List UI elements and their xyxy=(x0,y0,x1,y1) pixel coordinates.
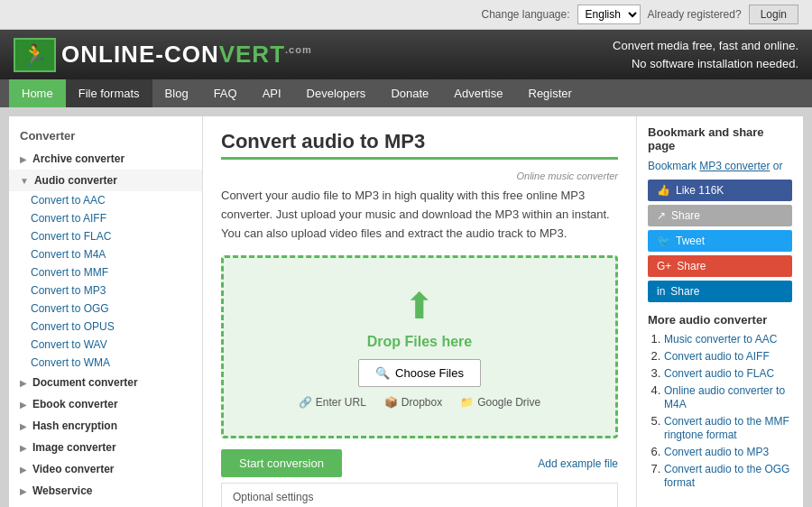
sidebar-archive-label: Archive converter xyxy=(32,152,125,165)
sidebar-item-archive[interactable]: ▶ Archive converter xyxy=(9,148,202,170)
facebook-icon: 👍 xyxy=(657,184,670,197)
sidebar-item-video[interactable]: ▶ Video converter xyxy=(9,458,202,480)
dropbox-link[interactable]: 📦 Dropbox xyxy=(384,396,442,409)
sidebar-subitem-aac[interactable]: Convert to AAC xyxy=(9,191,202,209)
list-item: Convert audio to MP3 xyxy=(664,445,792,458)
list-item: Convert audio to FLAC xyxy=(664,366,792,380)
add-example-link[interactable]: Add example file xyxy=(538,457,618,470)
more-converters-list: Music converter to AAC Convert audio to … xyxy=(648,332,792,489)
nav-file-formats[interactable]: File formats xyxy=(66,79,152,107)
more-converter-flac[interactable]: Convert audio to FLAC xyxy=(664,367,774,380)
share-icon: ↗ xyxy=(657,209,666,222)
facebook-like-label: Like 116K xyxy=(676,184,724,197)
start-row: Start conversion Add example file xyxy=(221,449,618,477)
sidebar: Converter ▶ Archive converter ▼ Audio co… xyxy=(9,116,203,507)
header-tagline: Convert media free, fast and online. No … xyxy=(613,37,798,72)
sidebar-subitem-opus[interactable]: Convert to OPUS xyxy=(9,318,202,336)
sidebar-title: Converter xyxy=(9,125,202,148)
sidebar-subitem-mmf[interactable]: Convert to MMF xyxy=(9,263,202,281)
link-icon: 🔗 xyxy=(299,396,312,409)
nav-donate[interactable]: Donate xyxy=(378,79,441,107)
more-converter-mmf[interactable]: Convert audio to the MMF ringtone format xyxy=(664,415,789,441)
language-select[interactable]: English xyxy=(577,5,641,24)
already-registered-label: Already registered? xyxy=(648,8,742,21)
arrow-icon-ebook: ▶ xyxy=(20,400,27,410)
top-bar: Change language: English Already registe… xyxy=(0,0,812,30)
nav-developers[interactable]: Developers xyxy=(294,79,379,107)
gplus-share-button[interactable]: G+ Share xyxy=(648,255,792,277)
sidebar-item-hash[interactable]: ▶ Hash encryption xyxy=(9,415,202,437)
nav-faq[interactable]: FAQ xyxy=(201,79,250,107)
dropzone-links: 🔗 Enter URL 📦 Dropbox 📁 Google Drive xyxy=(242,396,597,409)
more-converters-title: More audio converter xyxy=(648,313,792,327)
arrow-icon-web: ▶ xyxy=(20,486,27,496)
google-drive-link[interactable]: 📁 Google Drive xyxy=(460,396,540,409)
choose-files-button[interactable]: 🔍 Choose Files xyxy=(358,359,481,387)
dropzone[interactable]: ⬆ Drop Files here 🔍 Choose Files 🔗 Enter… xyxy=(221,255,618,438)
twitter-icon: 🐦 xyxy=(657,235,670,247)
sidebar-item-ebook[interactable]: ▶ Ebook converter xyxy=(9,393,202,415)
more-converter-ogg[interactable]: Convert audio to the OGG format xyxy=(664,463,789,489)
search-icon: 🔍 xyxy=(375,366,390,380)
sidebar-subitem-ogg[interactable]: Convert to OGG xyxy=(9,300,202,318)
arrow-down-icon: ▼ xyxy=(20,176,29,186)
sidebar-subitem-m4a[interactable]: Convert to M4A xyxy=(9,245,202,263)
main-content: Convert audio to MP3 Online music conver… xyxy=(203,116,636,507)
enter-url-link[interactable]: 🔗 Enter URL xyxy=(299,396,366,409)
logo-text-green: VERT xyxy=(219,41,285,68)
optional-settings-title: Optional settings xyxy=(233,491,606,503)
bookmark-text: Bookmark MP3 converter or xyxy=(648,160,792,172)
sidebar-item-image[interactable]: ▶ Image converter xyxy=(9,437,202,458)
more-converter-aiff[interactable]: Convert audio to AIFF xyxy=(664,350,770,363)
main-wrapper: Converter ▶ Archive converter ▼ Audio co… xyxy=(0,107,812,507)
logo-box: 🏃 xyxy=(14,38,56,72)
tweet-label: Tweet xyxy=(676,235,705,247)
sidebar-item-webservice[interactable]: ▶ Webservice xyxy=(9,480,202,502)
logo-text: ONLINE-CONVERT.com xyxy=(61,41,312,69)
linkedin-share-button[interactable]: in Share xyxy=(648,281,792,302)
sidebar-subitem-wav[interactable]: Convert to WAV xyxy=(9,336,202,354)
sidebar-video-label: Video converter xyxy=(32,463,114,475)
sidebar-subitem-aiff[interactable]: Convert to AIFF xyxy=(9,209,202,227)
upload-icon: ⬆ xyxy=(242,285,597,327)
more-converter-m4a[interactable]: Online audio converter to M4A xyxy=(664,384,785,410)
sidebar-item-document[interactable]: ▶ Document converter xyxy=(9,372,202,393)
optional-settings: Optional settings Change audio bitrate: … xyxy=(221,483,618,507)
list-item: Convert audio to the MMF ringtone format xyxy=(664,414,792,441)
sidebar-audio-label: Audio converter xyxy=(34,174,117,187)
sidebar-subitem-mp3[interactable]: Convert to MP3 xyxy=(9,281,202,300)
arrow-icon-hash: ▶ xyxy=(20,421,27,431)
share-label: Share xyxy=(671,209,700,222)
logo-icon: 🏃 xyxy=(23,43,47,67)
mp3-converter-link[interactable]: MP3 converter xyxy=(699,160,770,172)
login-button[interactable]: Login xyxy=(749,5,798,24)
share-button[interactable]: ↗ Share xyxy=(648,205,792,226)
nav-blog[interactable]: Blog xyxy=(152,79,201,107)
more-converter-aac[interactable]: Music converter to AAC xyxy=(664,333,777,346)
more-converter-mp3[interactable]: Convert audio to MP3 xyxy=(664,446,769,458)
list-item: Online audio converter to M4A xyxy=(664,383,792,410)
gplus-label: Share xyxy=(677,260,706,272)
facebook-like-button[interactable]: 👍 Like 116K xyxy=(648,180,792,201)
tweet-button[interactable]: 🐦 Tweet xyxy=(648,230,792,252)
nav-api[interactable]: API xyxy=(250,79,294,107)
sidebar-item-audio[interactable]: ▼ Audio converter xyxy=(9,170,202,191)
google-drive-icon: 📁 xyxy=(460,396,474,409)
list-item: Music converter to AAC xyxy=(664,332,792,346)
nav-advertise[interactable]: Advertise xyxy=(441,79,515,107)
bookmark-text-2: or xyxy=(773,160,783,172)
bookmark-text-1: Bookmark xyxy=(648,160,699,172)
sidebar-subitem-wma[interactable]: Convert to WMA xyxy=(9,354,202,372)
start-conversion-button[interactable]: Start conversion xyxy=(221,449,342,477)
sidebar-subitem-flac[interactable]: Convert to FLAC xyxy=(9,227,202,245)
linkedin-label: Share xyxy=(670,285,699,298)
title-underline xyxy=(221,157,618,160)
linkedin-icon: in xyxy=(657,285,665,298)
description: Convert your audio file to MP3 in high q… xyxy=(221,187,618,243)
header: 🏃 ONLINE-CONVERT.com Convert media free,… xyxy=(0,30,812,79)
nav-register[interactable]: Register xyxy=(516,79,585,107)
content-area: Converter ▶ Archive converter ▼ Audio co… xyxy=(9,116,803,507)
nav-home[interactable]: Home xyxy=(9,79,66,107)
sidebar-webservice-label: Webservice xyxy=(32,484,93,497)
list-item: Convert audio to the OGG format xyxy=(664,462,792,489)
